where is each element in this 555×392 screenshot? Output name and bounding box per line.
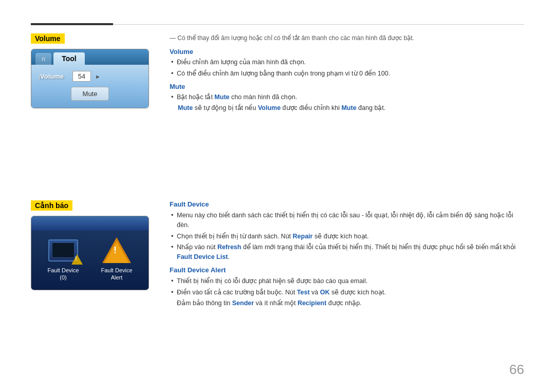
fault-alert-label: Fault Device Alert xyxy=(101,267,132,282)
volume-bullet-1: • Điều chỉnh âm lượng của màn hình đã ch… xyxy=(170,58,524,67)
volume-heading: Volume xyxy=(170,48,524,55)
volume-intro-text: — Có thể thay đổi âm lượng hoặc chỉ có t… xyxy=(170,33,524,43)
tab-tool[interactable]: Tool xyxy=(53,52,85,65)
fault-bullet-3: • Nhấp vào nút Refresh để làm mới trạng … xyxy=(170,242,524,262)
volume-bullets: • Điều chỉnh âm lượng của màn hình đã ch… xyxy=(170,58,524,79)
fault-alert-bullet-2: • Điền vào tất cả các trường bắt buộc. N… xyxy=(170,288,524,297)
mute-sub-text: Mute sẽ tự động bị tắt nếu Volume được đ… xyxy=(171,103,524,113)
fault-device-item: ! Fault Device (0) xyxy=(46,237,81,282)
tab-n[interactable]: n xyxy=(35,53,51,65)
mute-heading: Mute xyxy=(170,83,524,90)
fault-bullet-1: • Menu này cho biết danh sách các thiết … xyxy=(170,211,524,230)
fault-alert-bullets: • Thiết bị hiển thị có lỗi được phát hiệ… xyxy=(170,276,524,308)
volume-value-display: 54 xyxy=(72,71,91,82)
fault-device-heading: Fault Device xyxy=(170,200,524,208)
canh-bao-right-col: Fault Device • Menu này cho biết danh sá… xyxy=(170,200,524,308)
volume-arrow-right[interactable]: ► xyxy=(95,73,101,80)
fault-bullet-2: • Chọn thiết bị hiển thị từ danh sách. N… xyxy=(170,232,524,241)
volume-section-label: Volume xyxy=(31,33,65,44)
fault-alert-item: ! Fault Device Alert xyxy=(99,237,134,282)
fault-alert-bullet-1: • Thiết bị hiển thị có lỗi được phát hiệ… xyxy=(170,276,524,286)
fault-alert-sub: Đảm bảo thông tin Sender và ít nhất một … xyxy=(170,298,524,308)
volume-ui-mockup: n Tool |Volume 54 ► Mute xyxy=(31,49,149,108)
volume-left-col: Volume n Tool |Volume 54 ► xyxy=(31,33,154,113)
canh-bao-left-col: Cảnh báo xyxy=(31,200,154,308)
mute-bullets: • Bật hoặc tắt Mute cho màn hình đã chọn… xyxy=(170,92,524,114)
canh-bao-section-label: Cảnh báo xyxy=(31,200,72,211)
volume-bullet-2: • Có thể điều chỉnh âm lượng bằng thanh … xyxy=(170,69,524,79)
page-number: 66 xyxy=(509,362,524,378)
mute-button[interactable]: Mute xyxy=(71,87,109,101)
volume-row-label: |Volume xyxy=(39,72,68,80)
fault-ui-mockup: ! Fault Device (0) xyxy=(31,216,149,290)
fault-device-bullets: • Menu này cho biết danh sách các thiết … xyxy=(170,211,524,262)
fault-alert-heading: Fault Device Alert xyxy=(170,266,524,274)
volume-right-col: — Có thể thay đổi âm lượng hoặc chỉ có t… xyxy=(170,33,524,113)
fault-device-label: Fault Device (0) xyxy=(47,267,79,282)
mute-bullet-1: • Bật hoặc tắt Mute cho màn hình đã chọn… xyxy=(170,92,524,102)
